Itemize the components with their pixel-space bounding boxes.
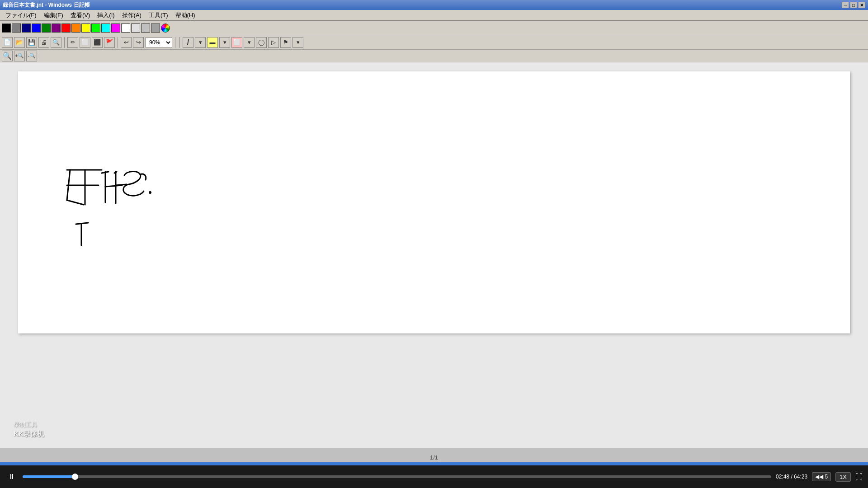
video-controls: ⏸ 02:48 / 64:23 ◀◀ 5 1X ⛶ <box>0 465 868 488</box>
maximize-button[interactable]: □ <box>850 2 857 8</box>
title-bar-controls[interactable]: ─ □ ✕ <box>842 2 865 8</box>
lasso-button[interactable]: ◯ <box>256 37 267 48</box>
zoom-toolbar: 🔍 +🔍 -🔍 <box>0 50 868 62</box>
menu-help[interactable]: 帮助(H) <box>172 10 199 20</box>
progress-bar[interactable] <box>23 475 771 478</box>
separator4 <box>179 37 180 48</box>
menu-tools[interactable]: 工具(T) <box>145 10 172 20</box>
fullscreen-button[interactable]: ⛶ <box>855 473 863 481</box>
print-button[interactable]: 🖨 <box>38 37 49 48</box>
menu-edit[interactable]: 編集(E) <box>40 10 67 20</box>
menu-view[interactable]: 査看(V) <box>67 10 94 20</box>
progress-fill <box>23 475 75 478</box>
menu-insert[interactable]: 挿入(I) <box>94 10 118 20</box>
line-tool-dropdown[interactable]: ▾ <box>195 37 206 48</box>
open-button[interactable]: 📂 <box>14 37 25 48</box>
color-blue[interactable] <box>32 23 41 33</box>
color-white-outline3[interactable] <box>141 23 150 33</box>
close-button[interactable]: ✕ <box>858 2 865 8</box>
timeline-bar[interactable] <box>0 462 868 465</box>
color-white-outline2[interactable] <box>131 23 140 33</box>
color-toolbar <box>0 21 868 35</box>
color-lime[interactable] <box>91 23 100 33</box>
svg-point-11 <box>149 191 151 194</box>
color-cyan[interactable] <box>101 23 110 33</box>
color-gray[interactable] <box>12 23 21 33</box>
zoom-out-small[interactable]: 🔍 <box>2 51 13 61</box>
zoom-out-big[interactable]: -🔍 <box>26 51 37 61</box>
menu-bar: ファイル(F) 編集(E) 査看(V) 挿入(I) 操作(A) 工具(T) 帮助… <box>0 10 868 21</box>
select-rect-button[interactable]: ⬛ <box>92 37 103 48</box>
speed-indicator[interactable]: 1X <box>835 472 851 482</box>
time-display: 02:48 / 64:23 <box>776 474 807 480</box>
color-navy[interactable] <box>22 23 31 33</box>
eraser-tool-button[interactable]: ⬜ <box>231 37 242 48</box>
zoom-button[interactable]: 🔍 <box>51 37 61 48</box>
page-number: 1/1 <box>430 454 438 461</box>
flag-button[interactable]: 🚩 <box>104 37 115 48</box>
window-title: 録音日本文書.jnt - Windows 日記帳 <box>3 1 90 9</box>
menu-file[interactable]: ファイル(F) <box>2 10 40 20</box>
zoom-in-small[interactable]: +🔍 <box>14 51 25 61</box>
color-purple[interactable] <box>52 23 61 33</box>
separator2 <box>118 37 118 48</box>
color-palette-wheel[interactable] <box>161 23 170 33</box>
color-yellow[interactable] <box>81 23 90 33</box>
highlight-dropdown[interactable]: ▾ <box>219 37 230 48</box>
eraser-dropdown[interactable]: ▾ <box>244 37 255 48</box>
color-red[interactable] <box>61 23 71 33</box>
canvas-wrapper <box>18 71 850 333</box>
highlight-button[interactable]: ▬ <box>207 37 218 48</box>
watermark-line2: KK录像机 <box>14 429 44 438</box>
play-pause-button[interactable]: ⏸ <box>5 470 18 483</box>
insert-shape-button[interactable]: ▷ <box>268 37 279 48</box>
line-tool-button[interactable]: / <box>183 37 193 48</box>
color-green[interactable] <box>42 23 51 33</box>
speed-back-button[interactable]: ◀◀ 5 <box>812 472 831 481</box>
color-black[interactable] <box>2 23 11 33</box>
color-magenta[interactable] <box>111 23 120 33</box>
pen-button[interactable]: ✏ <box>67 37 78 48</box>
watermark-line1: 录制工具 <box>14 421 44 429</box>
svg-line-3 <box>67 200 84 205</box>
flag-tool-button[interactable]: ⚑ <box>280 37 291 48</box>
draw-toolbar: 📄 📂 💾 🖨 🔍 ✏ ⬜ ⬛ 🚩 ↩ ↪ 90% 50% 75% 100% 1… <box>0 35 868 50</box>
handwriting-area[interactable] <box>18 71 850 333</box>
color-orange[interactable] <box>71 23 80 33</box>
svg-line-12 <box>76 223 88 224</box>
redo-button[interactable]: ↪ <box>133 37 144 48</box>
color-white-outline4[interactable] <box>151 23 160 33</box>
undo-button[interactable]: ↩ <box>121 37 132 48</box>
title-bar: 録音日本文書.jnt - Windows 日記帳 ─ □ ✕ <box>0 0 868 10</box>
zoom-select[interactable]: 90% 50% 75% 100% 125% 150% 200% <box>145 38 172 47</box>
save-button[interactable]: 💾 <box>26 37 37 48</box>
new-button[interactable]: 📄 <box>2 37 13 48</box>
separator1 <box>64 37 65 48</box>
canvas-area[interactable] <box>0 62 868 448</box>
menu-action[interactable]: 操作(A) <box>118 10 145 20</box>
color-white-outline1[interactable] <box>121 23 130 33</box>
watermark: 录制工具 KK录像机 <box>14 421 44 438</box>
eraser-button[interactable]: ⬜ <box>80 37 90 48</box>
notepad-page[interactable] <box>18 71 850 333</box>
minimize-button[interactable]: ─ <box>842 2 849 8</box>
separator3 <box>175 37 175 48</box>
progress-handle[interactable] <box>72 474 78 480</box>
flag-dropdown[interactable]: ▾ <box>292 37 303 48</box>
